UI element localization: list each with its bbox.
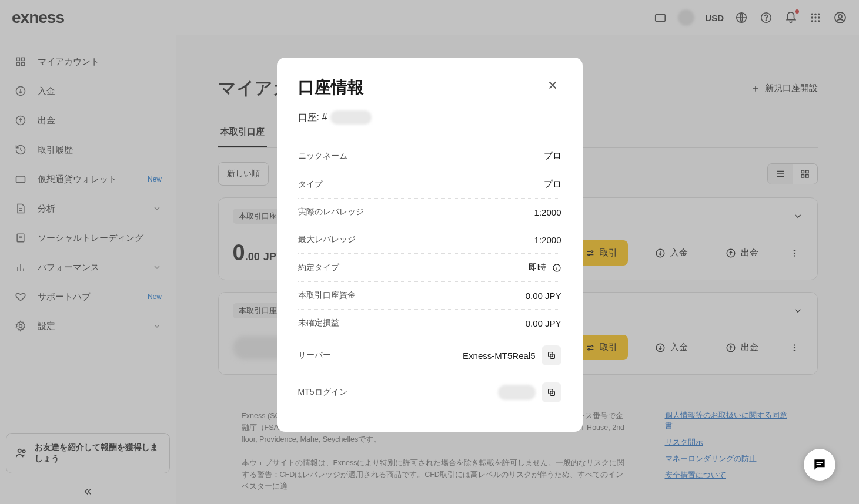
svg-rect-49 [817, 462, 823, 463]
copy-icon [547, 351, 556, 360]
info-value: 0.00 JPY [526, 318, 561, 328]
account-number: 口座: # [298, 110, 561, 125]
info-row-real-leverage: 実際のレバレッジ 1:2000 [298, 199, 561, 226]
info-row-type: タイプ プロ [298, 170, 561, 199]
close-button[interactable] [544, 76, 561, 94]
modal-title: 口座情報 [298, 76, 364, 99]
info-label: タイプ [298, 179, 323, 190]
info-value: 0.00 JPY [526, 291, 561, 301]
svg-rect-50 [817, 464, 821, 465]
close-icon [546, 79, 559, 92]
server-value-text: Exness-MT5Real5 [463, 351, 535, 361]
exec-value-text: 即時 [529, 262, 546, 273]
info-row-nickname: ニックネーム プロ [298, 142, 561, 170]
info-icon[interactable] [552, 263, 561, 273]
info-value: 即時 [529, 262, 561, 273]
account-info-modal: 口座情報 口座: # ニックネーム プロ タイプ プロ 実際のレバレッジ 1:2… [277, 58, 583, 432]
copy-button[interactable] [542, 382, 561, 402]
info-row-funds: 本取引口座資金 0.00 JPY [298, 282, 561, 310]
account-number-hidden [330, 110, 372, 125]
info-label: 実際のレバレッジ [298, 207, 364, 217]
info-value: プロ [544, 150, 561, 162]
info-value [498, 382, 561, 402]
copy-button[interactable] [542, 345, 561, 365]
copy-icon [547, 388, 556, 397]
info-label: サーバー [298, 350, 331, 361]
info-label: MT5ログイン [298, 387, 347, 398]
info-value: プロ [544, 179, 561, 190]
info-row-pnl: 未確定損益 0.00 JPY [298, 310, 561, 337]
login-value-hidden [498, 385, 536, 400]
info-value: Exness-MT5Real5 [463, 345, 561, 365]
chat-button[interactable] [804, 449, 835, 481]
info-value: 1:2000 [534, 207, 561, 217]
chat-icon [812, 457, 827, 472]
info-row-mt5-login: MT5ログイン [298, 374, 561, 411]
info-label: 本取引口座資金 [298, 290, 356, 301]
info-value: 1:2000 [534, 235, 561, 245]
account-number-prefix: 口座: # [298, 112, 327, 124]
info-label: 未確定損益 [298, 318, 339, 328]
info-label: 最大レバレッジ [298, 234, 356, 245]
info-row-execution-type: 約定タイプ 即時 [298, 254, 561, 282]
info-label: 約定タイプ [298, 263, 339, 273]
info-row-max-leverage: 最大レバレッジ 1:2000 [298, 226, 561, 254]
info-row-server: サーバー Exness-MT5Real5 [298, 337, 561, 374]
info-label: ニックネーム [298, 151, 347, 162]
